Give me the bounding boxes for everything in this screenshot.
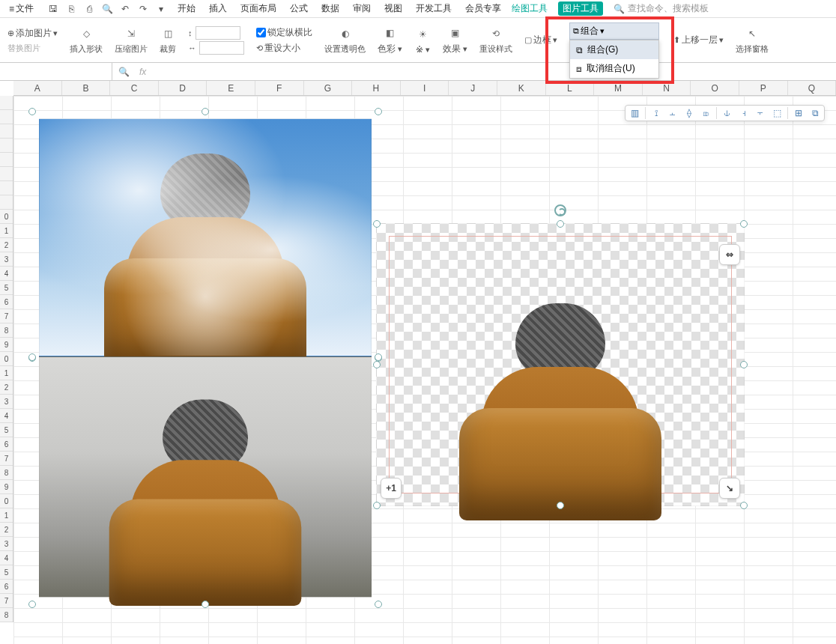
row-hdr[interactable]: 4 xyxy=(0,409,13,423)
col-O[interactable]: O xyxy=(691,81,739,95)
row-hdr[interactable]: 0 xyxy=(0,352,13,366)
row-hdr[interactable]: 5 xyxy=(0,565,13,580)
row-hdr[interactable] xyxy=(0,195,13,210)
context-tab-drawing[interactable]: 绘图工具 xyxy=(512,2,548,15)
picture-sky[interactable] xyxy=(39,118,372,356)
brightness[interactable]: ☀※ ▾ xyxy=(411,21,434,59)
group-button[interactable]: ⧉ 组合 ▾ xyxy=(569,22,659,40)
row-hdr[interactable]: 4 xyxy=(0,267,13,281)
move-up[interactable]: ⬆ 上移一层 ▾ xyxy=(670,21,727,59)
dropdown-icon[interactable]: ▾ xyxy=(155,3,167,15)
col-I[interactable]: I xyxy=(401,81,449,95)
col-H[interactable]: H xyxy=(352,81,401,95)
insert-shape[interactable]: ◇插入形状 xyxy=(67,21,106,59)
col-Q[interactable]: Q xyxy=(788,81,837,95)
tab-review[interactable]: 审阅 xyxy=(353,2,371,15)
row-hdr[interactable]: 5 xyxy=(0,281,13,295)
tab-dev[interactable]: 开发工具 xyxy=(416,2,452,15)
row-hdr[interactable] xyxy=(0,124,13,139)
preview-icon[interactable]: 🔍 xyxy=(101,3,113,15)
tab-formula[interactable]: 公式 xyxy=(290,2,308,15)
tab-layout[interactable]: 页面布局 xyxy=(240,2,276,15)
row-hdr[interactable]: 2 xyxy=(0,380,13,395)
align-icon[interactable]: ⫝ xyxy=(721,107,733,119)
row-hdr[interactable] xyxy=(0,167,13,181)
row-hdr[interactable] xyxy=(0,181,13,195)
align-icon[interactable]: ⟟ xyxy=(650,107,662,119)
row-hdr[interactable]: 5 xyxy=(0,423,13,437)
row-hdr[interactable]: 3 xyxy=(0,252,13,267)
col-B[interactable]: B xyxy=(62,81,111,95)
col-K[interactable]: K xyxy=(497,81,546,95)
align-icon[interactable]: ⧉ xyxy=(809,107,821,119)
col-N[interactable]: N xyxy=(643,81,691,95)
set-transparent[interactable]: ◐设置透明色 xyxy=(321,21,369,59)
col-C[interactable]: C xyxy=(110,81,159,95)
row-hdr[interactable]: 3 xyxy=(0,537,13,551)
file-menu[interactable]: ≡ 文件 xyxy=(6,2,37,15)
spreadsheet[interactable]: A B C D E F G H I J K L M N O P Q 012345… xyxy=(0,81,836,644)
search-box[interactable]: 🔍 查找命令、搜索模板 xyxy=(614,2,709,15)
align-icon[interactable]: ⫠ xyxy=(667,107,679,119)
col-J[interactable]: J xyxy=(449,81,497,95)
select-pane[interactable]: ↖选择窗格 xyxy=(733,21,772,59)
tab-member[interactable]: 会员专享 xyxy=(465,2,501,15)
tab-view[interactable]: 视图 xyxy=(384,2,402,15)
align-icon[interactable]: ⎄ xyxy=(700,107,712,119)
height-input[interactable] xyxy=(196,26,240,40)
lock-ratio-checkbox[interactable] xyxy=(256,28,266,37)
name-box[interactable] xyxy=(0,63,112,80)
align-icon[interactable]: ⬚ xyxy=(771,107,783,119)
undo-icon[interactable]: ↶ xyxy=(119,3,131,15)
row-hdr[interactable] xyxy=(0,139,13,153)
col-G[interactable]: G xyxy=(304,81,353,95)
col-P[interactable]: P xyxy=(739,81,788,95)
save-icon[interactable]: 🖫 xyxy=(47,3,59,15)
col-E[interactable]: E xyxy=(207,81,255,95)
row-hdr[interactable] xyxy=(0,110,13,124)
align-icon[interactable]: ⟠ xyxy=(683,107,695,119)
width-input[interactable] xyxy=(199,41,244,55)
print-icon[interactable]: ⎙ xyxy=(83,3,95,15)
tab-data[interactable]: 数据 xyxy=(321,2,339,15)
col-D[interactable]: D xyxy=(159,81,208,95)
picture-fog[interactable] xyxy=(39,356,372,598)
reset-size[interactable]: ⟲ 重设大小 xyxy=(256,42,300,55)
row-hdr[interactable]: 9 xyxy=(0,480,13,494)
row-hdr[interactable]: 2 xyxy=(0,238,13,252)
row-hdr[interactable]: 8 xyxy=(0,608,13,622)
chip-plus-one[interactable]: +1 xyxy=(381,478,402,499)
row-hdr[interactable]: 1 xyxy=(0,508,13,523)
tab-insert[interactable]: 插入 xyxy=(209,2,227,15)
row-hdr[interactable]: 0 xyxy=(0,494,13,508)
row-hdr[interactable]: 6 xyxy=(0,437,13,452)
picture-transparent[interactable] xyxy=(376,223,745,506)
col-M[interactable]: M xyxy=(594,81,643,95)
align-icon[interactable]: ⊞ xyxy=(793,107,805,119)
row-hdr[interactable]: 9 xyxy=(0,338,13,352)
group-menu-group[interactable]: ⧉组合(G) xyxy=(570,40,658,59)
row-hdr[interactable]: 3 xyxy=(0,395,13,409)
align-icon[interactable]: ⫟ xyxy=(754,107,766,119)
compress-pic[interactable]: ⇲压缩图片 xyxy=(112,21,151,59)
row-hdr[interactable]: 4 xyxy=(0,551,13,565)
row-hdr[interactable]: 6 xyxy=(0,295,13,309)
effects[interactable]: ▣效果 ▾ xyxy=(440,21,470,59)
row-hdr[interactable]: 2 xyxy=(0,523,13,537)
row-hdr[interactable]: 1 xyxy=(0,224,13,238)
tab-home[interactable]: 开始 xyxy=(178,2,196,15)
col-F[interactable]: F xyxy=(255,81,304,95)
row-hdr[interactable] xyxy=(0,153,13,167)
row-hdr[interactable]: 0 xyxy=(0,210,13,224)
row-hdr[interactable] xyxy=(0,96,13,110)
reset-style[interactable]: ⟲重设样式 xyxy=(476,21,515,59)
redo-icon[interactable]: ↷ xyxy=(137,3,149,15)
group-menu-ungroup[interactable]: ⧈取消组合(U) xyxy=(570,59,658,78)
new-icon[interactable]: ⎘ xyxy=(65,3,77,15)
row-hdr[interactable]: 8 xyxy=(0,466,13,480)
border[interactable]: ▢ 边框 ▾ xyxy=(521,21,560,59)
chip-resize[interactable]: ↘ xyxy=(719,478,740,499)
colorize[interactable]: ◧色彩 ▾ xyxy=(375,21,405,59)
chip-flip[interactable]: ⇔ xyxy=(719,244,740,265)
row-hdr[interactable]: 8 xyxy=(0,323,13,338)
